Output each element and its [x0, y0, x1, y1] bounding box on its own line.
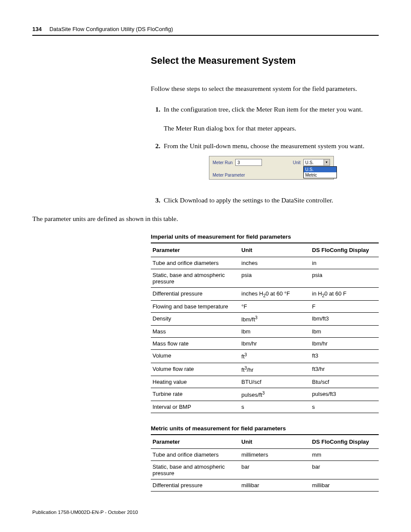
step-text: In the configuration tree, click the Met…	[164, 106, 363, 113]
table-cell: millibar	[310, 479, 379, 492]
step-text: From the Unit pull-down menu, choose the…	[164, 142, 364, 149]
after-steps-paragraph: The parameter units are defined as shown…	[32, 214, 379, 224]
table-cell: lbm/hr	[240, 338, 310, 350]
table-row: Masslbmlbm	[151, 326, 379, 338]
doc-title: DataSite Flow Configuration Utility (DS …	[50, 26, 173, 32]
table-cell: lbm	[310, 326, 379, 338]
table-cell: Differential pressure	[151, 287, 240, 301]
table-cell: °F	[240, 301, 310, 313]
table-row: Heating valueBTU/scfBtu/scf	[151, 376, 379, 388]
table-cell: Interval or BMP	[151, 401, 240, 413]
table-cell: Flowing and base temperature	[151, 301, 240, 313]
step-text: Click Download to apply the settings to …	[164, 196, 333, 204]
table-row: Tube and orifice diametersmillimetersmm	[151, 449, 379, 461]
unit-dropdown[interactable]: U.S. ▼ U.S. Metric	[303, 159, 330, 166]
step-number: 3.	[151, 195, 160, 205]
table-cell: s	[240, 401, 310, 413]
table-cell: mm	[310, 449, 379, 461]
table-cell: lbm/ft3	[310, 313, 379, 326]
table-cell: Mass flow rate	[151, 338, 240, 350]
steps-list: 1. In the configuration tree, click the …	[151, 104, 379, 205]
page-header: 134 DataSite Flow Configuration Utility …	[32, 26, 379, 36]
meter-parameter-label: Meter Parameter	[213, 173, 245, 177]
table-row: Static, base and atmospheric pressurebar…	[151, 461, 379, 479]
table-row: Flowing and base temperature°FF	[151, 301, 379, 313]
table-caption-metric: Metric units of measurement for field pa…	[151, 425, 379, 432]
table-row: Volume flow rateft3/hrft3/hr	[151, 363, 379, 376]
table-cell: ft3	[310, 350, 379, 363]
table-cell: millibar	[240, 479, 310, 492]
dialog-screenshot: Meter Run 3 Unit U.S. ▼ U.S. Metric	[209, 156, 334, 180]
step-1: 1. In the configuration tree, click the …	[151, 104, 379, 133]
metric-units-table: Parameter Unit DS FloConfig Display Tube…	[151, 434, 379, 492]
step-subtext: The Meter Run dialog box for that meter …	[164, 123, 379, 133]
section-heading: Select the Measurement System	[151, 55, 379, 66]
table-cell: ft3/hr	[310, 363, 379, 376]
table-cell: Differential pressure	[151, 479, 240, 492]
table-row: Turbine ratepulses/ft3pulses/ft3	[151, 388, 379, 401]
table-cell: psia	[240, 269, 310, 287]
table-cell: millimeters	[240, 449, 310, 461]
table-cell: lbm/ft3	[240, 313, 310, 326]
chevron-down-icon: ▼	[324, 159, 330, 165]
step-3: 3. Click Download to apply the settings …	[151, 195, 379, 205]
table-row: Static, base and atmospheric pressurepsi…	[151, 269, 379, 287]
table-cell: pulses/ft3	[310, 388, 379, 401]
table-row: Differential pressuremillibarmillibar	[151, 479, 379, 492]
table-row: Mass flow ratelbm/hrlbm/hr	[151, 338, 379, 350]
col-parameter: Parameter	[151, 243, 240, 257]
table-caption-imperial: Imperial units of measurement for field …	[151, 233, 379, 240]
col-unit: Unit	[240, 243, 310, 257]
col-display: DS FloConfig Display	[310, 435, 379, 449]
table-cell: BTU/scf	[240, 376, 310, 388]
step-2: 2. From the Unit pull-down menu, choose …	[151, 141, 379, 187]
table-cell: inches H20 at 60 °F	[240, 287, 310, 301]
table-cell: lbm/hr	[310, 338, 379, 350]
table-cell: bar	[240, 461, 310, 479]
imperial-units-table: Parameter Unit DS FloConfig Display Tube…	[151, 243, 379, 414]
table-cell: ft3/hr	[240, 363, 310, 376]
table-row: Interval or BMPss	[151, 401, 379, 413]
table-row: Densitylbm/ft3lbm/ft3	[151, 313, 379, 326]
table-cell: lbm	[240, 326, 310, 338]
table-cell: Volume flow rate	[151, 363, 240, 376]
step-number: 2.	[151, 141, 160, 187]
table-cell: Density	[151, 313, 240, 326]
table-cell: Volume	[151, 350, 240, 363]
table-cell: F	[310, 301, 379, 313]
col-parameter: Parameter	[151, 435, 240, 449]
meter-run-label: Meter Run	[213, 159, 233, 166]
page-number: 134	[32, 26, 42, 32]
table-cell: Static, base and atmospheric pressure	[151, 269, 240, 287]
table-cell: Btu/scf	[310, 376, 379, 388]
table-row: Differential pressureinches H20 at 60 °F…	[151, 287, 379, 301]
publication-footer: Publication 1758-UM002D-EN-P - October 2…	[32, 510, 138, 515]
step-number: 1.	[151, 104, 160, 133]
intro-paragraph: Follow these steps to select the measure…	[151, 84, 379, 93]
table-cell: Heating value	[151, 376, 240, 388]
table-row: Volumeft3ft3	[151, 350, 379, 363]
table-cell: pulses/ft3	[240, 388, 310, 401]
table-cell: psia	[310, 269, 379, 287]
col-unit: Unit	[240, 435, 310, 449]
table-cell: inches	[240, 257, 310, 269]
table-cell: Tube and orifice diameters	[151, 257, 240, 269]
unit-label: Unit	[293, 159, 301, 166]
table-cell: Static, base and atmospheric pressure	[151, 461, 240, 479]
col-display: DS FloConfig Display	[310, 243, 379, 257]
table-cell: s	[310, 401, 379, 413]
table-cell: Turbine rate	[151, 388, 240, 401]
table-cell: bar	[310, 461, 379, 479]
table-cell: Tube and orifice diameters	[151, 449, 240, 461]
table-cell: ft3	[240, 350, 310, 363]
table-cell: Mass	[151, 326, 240, 338]
table-row: Tube and orifice diametersinchesin	[151, 257, 379, 269]
table-cell: in H20 at 60 F	[310, 287, 379, 301]
table-cell: in	[310, 257, 379, 269]
meter-run-field[interactable]: 3	[235, 159, 262, 166]
